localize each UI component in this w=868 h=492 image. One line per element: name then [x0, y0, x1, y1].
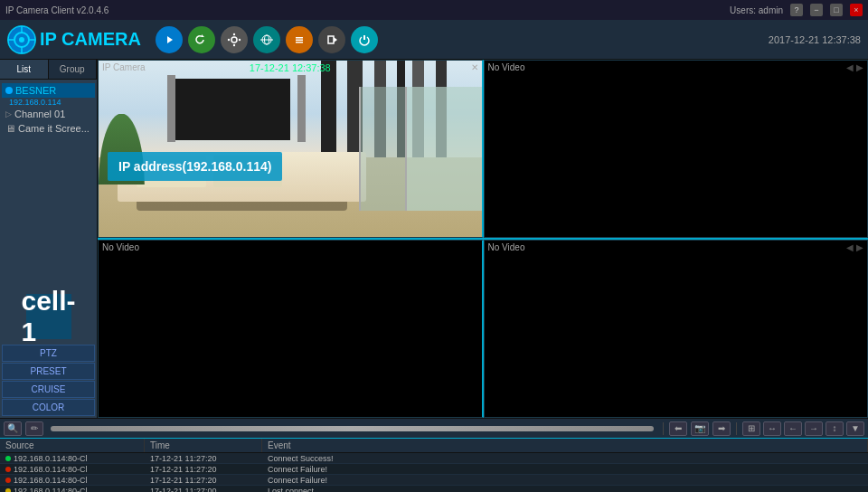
cell-3-label: No Video [102, 242, 139, 252]
nav-prev-btn[interactable]: ⬅ [669, 421, 687, 436]
log-col-event: Event [262, 439, 868, 452]
cell-4-icon-1: ◀ [846, 242, 854, 252]
video-cell-4[interactable]: No Video ◀ ▶ [484, 240, 869, 418]
config-icon[interactable] [286, 26, 313, 53]
video-cell-1[interactable]: IP Camera 17-12-21 12:37:38 ✕ [98, 60, 484, 238]
video-bottom-row: No Video No Video ◀ ▶ [98, 240, 868, 418]
ptz-button[interactable]: PTZ [2, 345, 95, 362]
nav-next-btn[interactable]: ➡ [712, 421, 731, 436]
cruise-button[interactable]: CRUISE [2, 381, 95, 398]
svg-rect-22 [296, 42, 303, 43]
source-text: 192.168.0.114:80-Cl [14, 454, 88, 463]
video-cell-2[interactable]: No Video ◀ ▶ [484, 60, 869, 238]
svg-point-12 [233, 43, 235, 45]
cell-icon-1: ◀ [846, 62, 854, 72]
screen-icon: 🖥 [5, 123, 15, 134]
logo-icon [7, 25, 36, 54]
event-text: Connect Success! [262, 454, 868, 463]
source-text: 192.168.0.114:80-Cl [14, 487, 88, 493]
camera-number-display: cell-1 [26, 294, 71, 339]
grid-expand-btn[interactable]: ↔ [763, 421, 781, 436]
header: IP CAMERA 2017-12-21 12:37:38 [0, 20, 868, 60]
svg-point-14 [239, 38, 241, 40]
logo: IP CAMERA [7, 25, 141, 54]
tree-arrow: ▷ [5, 109, 12, 118]
layout-controls: ⊞ ↔ ← → ↕ ▼ [742, 421, 864, 436]
time-text: 17-12-21 11:27:20 [145, 465, 262, 474]
tab-list[interactable]: List [0, 60, 49, 79]
more-btn[interactable]: ▼ [846, 421, 864, 436]
svg-point-2 [19, 37, 24, 43]
tab-group[interactable]: Group [49, 60, 98, 79]
svg-point-13 [228, 38, 230, 40]
time-text: 17-12-21 11:27:00 [145, 487, 262, 493]
source-text: 192.168.0.114:80-Cl [14, 476, 88, 485]
logo-text: IP CAMERA [40, 29, 141, 50]
separator-1 [663, 422, 664, 435]
edit-btn[interactable]: ✏ [25, 421, 43, 436]
time-text: 17-12-21 11:27:20 [145, 454, 262, 463]
separator-2 [736, 422, 737, 435]
time-text: 17-12-21 11:27:20 [145, 476, 262, 485]
status-dot [5, 456, 11, 461]
log-col-source: Source [0, 439, 145, 452]
minimize-button[interactable]: − [810, 4, 823, 16]
datetime-label: 2017-12-21 12:37:38 [769, 34, 861, 45]
progress-bar[interactable] [51, 426, 654, 431]
cell-icon-close[interactable]: ✕ [471, 62, 478, 72]
event-text: Lost connect [262, 487, 868, 493]
grid-4-btn[interactable]: ⊞ [742, 421, 760, 436]
header-datetime: 2017-12-21 12:37:38 [769, 34, 861, 45]
log-row-1: 192.168.0.114:80-Cl17-12-21 11:27:20Conn… [0, 464, 868, 475]
log-header: Source Time Event [0, 439, 868, 453]
svg-rect-20 [296, 37, 303, 39]
log-rows: 192.168.0.114:80-Cl17-12-21 11:27:20Conn… [0, 453, 868, 492]
help-button[interactable]: ? [790, 4, 803, 16]
search-btn[interactable]: 🔍 [4, 421, 22, 436]
log-row-0: 192.168.0.114:80-Cl17-12-21 11:27:20Conn… [0, 453, 868, 464]
color-button[interactable]: COLOR [2, 399, 95, 416]
prev-btn[interactable]: ← [784, 421, 802, 436]
log-col-time: Time [145, 439, 262, 452]
video-cell-3[interactable]: No Video [98, 240, 484, 418]
cell-2-label: No Video [488, 62, 525, 72]
status-dot [5, 488, 11, 493]
log-row-3: 192.168.0.114:80-Cl17-12-21 11:27:00Lost… [0, 486, 868, 492]
cell-1-icons: ✕ [471, 62, 478, 72]
cell-1-timestamp: 17-12-21 12:37:38 [250, 62, 331, 73]
sidebar: List Group BESNER 192.168.0.114 ▷ Channe… [0, 60, 98, 418]
svg-rect-21 [296, 39, 303, 41]
device-tree: BESNER 192.168.0.114 ▷ Channel 01 🖥 Came… [0, 80, 97, 290]
preset-button[interactable]: PRESET [2, 363, 95, 380]
status-dot [5, 478, 11, 483]
fullscreen-btn[interactable]: ↕ [826, 421, 844, 436]
next-btn[interactable]: → [805, 421, 823, 436]
title-bar-right: Users: admin ? − □ × [730, 4, 863, 16]
maximize-button[interactable]: □ [830, 4, 843, 16]
record-icon[interactable] [318, 26, 345, 53]
live-view-icon[interactable] [156, 26, 183, 53]
status-dot [5, 87, 13, 94]
log-row-2: 192.168.0.114:80-Cl17-12-21 11:27:20Conn… [0, 475, 868, 486]
source-text: 192.168.0.114:80-Cl [14, 465, 88, 474]
close-button[interactable]: × [850, 4, 863, 16]
screen-item[interactable]: 🖥 Came it Scree... [2, 121, 95, 136]
app-title: IP Camera Client v2.0.4.6 [5, 5, 108, 15]
power-icon[interactable] [351, 26, 378, 53]
cell-4-icons: ◀ ▶ [846, 242, 863, 252]
cell-icon-2: ▶ [856, 62, 863, 72]
nav-camera-btn[interactable]: 📷 [691, 421, 709, 436]
channel-01[interactable]: ▷ Channel 01 [2, 107, 95, 121]
settings-icon[interactable] [221, 26, 248, 53]
users-label: Users: admin [730, 5, 783, 15]
cell-4-icon-2: ▶ [856, 242, 863, 252]
playback-icon[interactable] [188, 26, 215, 53]
cell-2-icons: ◀ ▶ [846, 62, 863, 72]
device-name: BESNER [15, 85, 56, 96]
event-text: Connect Failure! [262, 465, 868, 474]
svg-point-11 [233, 33, 235, 34]
video-top-row: IP Camera 17-12-21 12:37:38 ✕ [98, 60, 868, 240]
device-besner[interactable]: BESNER [2, 83, 95, 98]
network-icon[interactable] [253, 26, 280, 53]
sidebar-controls: PTZ PRESET CRUISE COLOR [0, 343, 97, 418]
